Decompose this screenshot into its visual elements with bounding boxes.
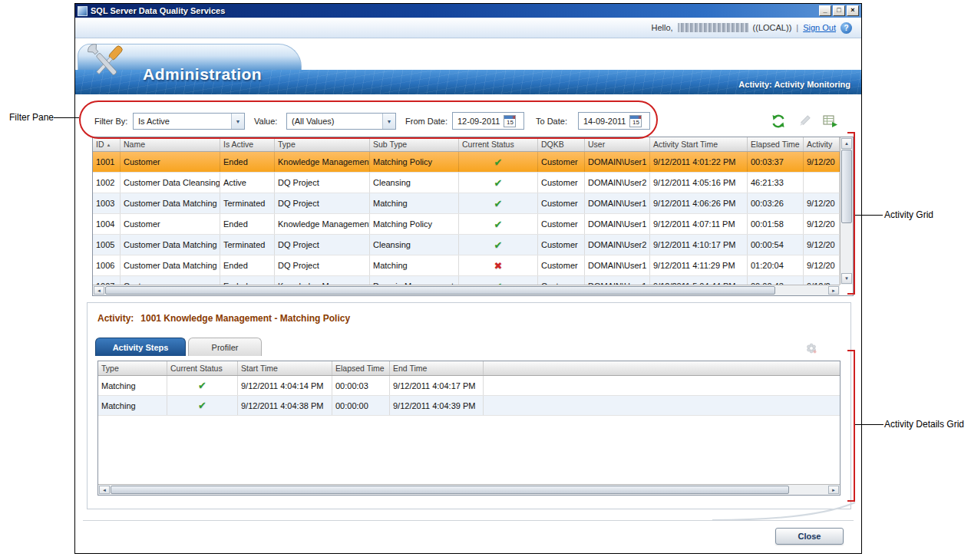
column-header-is-active[interactable]: Is Active — [220, 137, 275, 151]
calendar-icon[interactable]: 15 — [504, 115, 516, 127]
cell-user: DOMAIN\User1 — [585, 152, 650, 172]
cell-elapsed-time: 00:00:43 — [748, 276, 804, 285]
table-row[interactable]: Matching✔9/12/2011 4:04:14 PM00:00:039/1… — [98, 376, 840, 396]
column-header-user[interactable]: User — [585, 137, 650, 151]
scroll-left-button[interactable]: ◄ — [94, 286, 104, 295]
cell-is-active: Terminated — [220, 235, 275, 255]
table-row[interactable]: 1004CustomerEndedKnowledge ManagementMat… — [93, 214, 840, 235]
column-header-current-status[interactable]: Current Status — [167, 361, 238, 375]
tab-profiler[interactable]: Profiler — [188, 338, 262, 356]
export-button[interactable] — [821, 113, 840, 130]
window-title: SQL Server Data Quality Services — [91, 6, 225, 15]
tab-label: Profiler — [212, 343, 239, 352]
column-header-sub-type[interactable]: Sub Type — [370, 137, 459, 151]
refresh-icon — [771, 114, 786, 129]
column-header-dqkb[interactable]: DQKB — [538, 137, 585, 151]
cell-dqkb: Customer — [538, 276, 585, 285]
table-row[interactable]: 1006Customer Data MatchingEndedDQ Projec… — [93, 255, 840, 276]
scroll-down-button[interactable]: ▼ — [841, 273, 852, 284]
column-header-current-status[interactable]: Current Status — [459, 137, 538, 151]
cell-sub-type: Matching Policy — [370, 152, 459, 172]
column-header-name[interactable]: Name — [121, 137, 220, 151]
value-dropdown[interactable]: (All Values) ▼ — [286, 113, 396, 130]
column-header-type[interactable]: Type — [275, 137, 370, 151]
cell-activity-start-time: 9/12/2011 4:10:17 PM — [650, 235, 748, 255]
cell-elapsed-time: 00:00:03 — [332, 376, 390, 395]
tab-activity-steps[interactable]: Activity Steps — [95, 338, 186, 356]
hello-label: Hello, — [651, 23, 672, 32]
table-row[interactable]: Matching✔9/12/2011 4:04:38 PM00:00:009/1… — [98, 396, 840, 416]
cell-type: Matching — [98, 376, 167, 395]
cell-name: Customer Data Matching — [121, 193, 220, 213]
title-bar[interactable]: SQL Server Data Quality Services _ □ × — [75, 4, 861, 18]
table-row[interactable]: 1001CustomerEndedKnowledge ManagementMat… — [93, 152, 840, 173]
cell-activity: 9/12/20 — [804, 214, 840, 234]
cell-elapsed-time: 00:03:37 — [748, 152, 804, 172]
column-header-activity-start-time[interactable]: Activity Start Time — [650, 137, 748, 151]
column-header-start-time[interactable]: Start Time — [238, 361, 332, 375]
maximize-button[interactable]: □ — [833, 5, 845, 16]
refresh-button[interactable] — [769, 113, 788, 130]
scroll-right-button[interactable]: ► — [828, 486, 839, 494]
scroll-up-button[interactable]: ▲ — [841, 138, 852, 149]
status-ok-icon: ✔ — [494, 156, 503, 168]
cell-filler — [484, 376, 840, 395]
annotation-line — [855, 424, 883, 425]
column-header-end-time[interactable]: End Time — [390, 361, 484, 375]
table-row[interactable]: 1002Customer Data CleansingActiveDQ Proj… — [93, 173, 840, 193]
cell-elapsed-time: 00:00:54 — [748, 235, 804, 255]
help-icon[interactable]: ? — [841, 22, 852, 34]
scrollbar-thumb[interactable] — [111, 486, 789, 494]
table-row[interactable]: 1005Customer Data MatchingTerminatedDQ P… — [93, 235, 840, 255]
scrollbar-thumb[interactable] — [841, 150, 852, 223]
activity-grid: ID▲NameIs ActiveTypeSub TypeCurrent Stat… — [92, 137, 854, 296]
from-date-field[interactable]: 12-09-2011 15 — [452, 112, 524, 130]
scroll-right-button[interactable]: ► — [828, 286, 839, 295]
cell-activity-start-time: 9/12/2011 4:11:29 PM — [650, 255, 748, 275]
cell-activity-start-time: 9/12/2011 5:04:44 PM — [650, 276, 748, 285]
scrollbar-thumb[interactable] — [105, 286, 775, 295]
filter-by-dropdown[interactable]: Is Active ▼ — [133, 113, 245, 130]
cell-activity: 9/12/2 — [804, 276, 840, 285]
tab-label: Activity Steps — [113, 343, 169, 352]
to-date-field[interactable]: 14-09-2011 15 — [578, 112, 650, 130]
horizontal-scrollbar[interactable]: ◄ ► — [93, 285, 840, 295]
vertical-scrollbar[interactable]: ▲ ▼ — [840, 137, 853, 285]
cell-elapsed-time: 01:20:04 — [748, 255, 804, 275]
cell-elapsed-time: 00:03:26 — [748, 193, 804, 213]
app-icon — [78, 6, 88, 16]
separator: | — [796, 23, 798, 32]
column-header-elapsed-time[interactable]: Elapsed Time — [748, 137, 804, 151]
minimize-button[interactable]: _ — [819, 5, 831, 16]
column-header-activity[interactable]: Activity — [804, 137, 840, 151]
details-grid-body: Matching✔9/12/2011 4:04:14 PM00:00:039/1… — [98, 376, 840, 484]
chevron-down-icon[interactable]: ▼ — [382, 114, 395, 129]
column-header-filler — [484, 361, 840, 375]
cell-activity-start-time: 9/12/2011 4:06:26 PM — [650, 193, 748, 213]
chevron-down-icon[interactable]: ▼ — [231, 114, 244, 129]
scroll-left-button[interactable]: ◄ — [99, 486, 110, 494]
column-header-id[interactable]: ID▲ — [93, 137, 121, 151]
table-row[interactable]: 1003Customer Data MatchingTerminatedDQ P… — [93, 193, 840, 214]
to-date-value: 14-09-2011 — [583, 117, 626, 126]
column-header-elapsed-time[interactable]: Elapsed Time — [332, 361, 390, 375]
cell-is-active: Ended — [220, 255, 275, 275]
cell-activity: 9/12/20 — [804, 193, 840, 213]
annotation-activity-details-grid-label: Activity Details Grid — [884, 419, 964, 430]
page-title: Administration — [143, 65, 262, 84]
sign-out-link[interactable]: Sign Out — [803, 23, 836, 32]
column-header-type[interactable]: Type — [98, 361, 167, 375]
close-button[interactable]: Close — [775, 528, 844, 545]
cell-activity-start-time: 9/12/2011 4:07:11 PM — [650, 214, 748, 234]
cell-filler — [484, 396, 840, 415]
column-header-label: Type — [278, 140, 296, 149]
close-window-button[interactable]: × — [847, 5, 859, 16]
cell-current-status: ✖ — [459, 255, 538, 275]
table-row[interactable]: 1007CustomerEndedKnowledge ManagementDom… — [93, 276, 840, 285]
cell-dqkb: Customer — [538, 214, 585, 234]
column-header-label: Type — [101, 364, 119, 373]
horizontal-scrollbar[interactable]: ◄ ► — [98, 484, 840, 495]
terminate-activity-button-disabled[interactable] — [795, 113, 814, 130]
annotation-line — [54, 117, 79, 118]
calendar-icon[interactable]: 15 — [629, 115, 642, 127]
